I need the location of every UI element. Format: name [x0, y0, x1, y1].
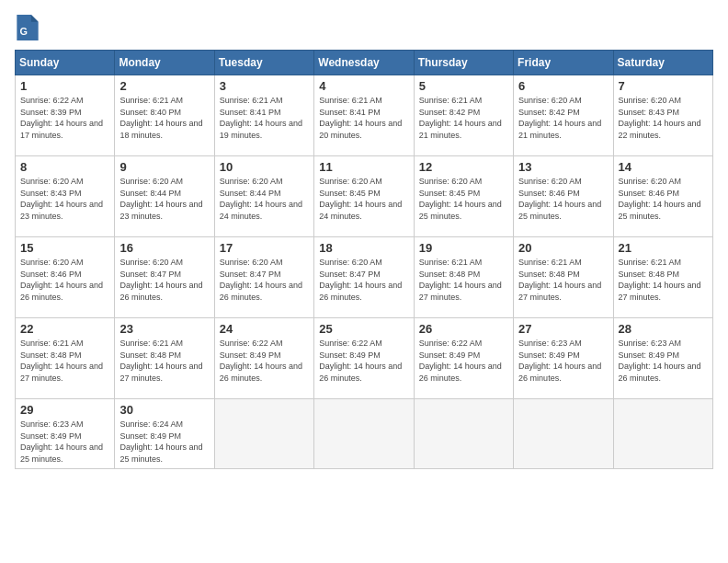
- calendar-cell: 22Sunrise: 6:21 AMSunset: 8:48 PMDayligh…: [16, 318, 115, 399]
- cell-content: Sunrise: 6:21 AMSunset: 8:48 PMDaylight:…: [619, 258, 701, 302]
- day-number: 3: [220, 79, 309, 93]
- cell-content: Sunrise: 6:20 AMSunset: 8:43 PMDaylight:…: [619, 96, 701, 140]
- cell-content: Sunrise: 6:20 AMSunset: 8:42 PMDaylight:…: [518, 96, 601, 140]
- day-number: 17: [220, 241, 309, 255]
- day-number: 18: [319, 241, 408, 255]
- cell-content: Sunrise: 6:21 AMSunset: 8:48 PMDaylight:…: [518, 258, 601, 302]
- week-row-5: 29Sunrise: 6:23 AMSunset: 8:49 PMDayligh…: [16, 399, 713, 469]
- day-number: 30: [119, 403, 209, 417]
- calendar-cell: 23Sunrise: 6:21 AMSunset: 8:48 PMDayligh…: [115, 318, 214, 399]
- logo-icon: G: [17, 15, 39, 40]
- calendar-cell: [214, 399, 313, 469]
- calendar-cell: 28Sunrise: 6:23 AMSunset: 8:49 PMDayligh…: [613, 318, 712, 399]
- calendar-cell: 26Sunrise: 6:22 AMSunset: 8:49 PMDayligh…: [414, 318, 513, 399]
- calendar-cell: 9Sunrise: 6:20 AMSunset: 8:44 PMDaylight…: [115, 156, 214, 237]
- cell-content: Sunrise: 6:21 AMSunset: 8:48 PMDaylight:…: [119, 339, 202, 383]
- day-number: 19: [419, 241, 508, 255]
- calendar-cell: 6Sunrise: 6:20 AMSunset: 8:42 PMDaylight…: [514, 75, 613, 156]
- cell-content: Sunrise: 6:20 AMSunset: 8:45 PMDaylight:…: [419, 177, 502, 221]
- day-number: 4: [319, 79, 408, 93]
- cell-content: Sunrise: 6:22 AMSunset: 8:49 PMDaylight:…: [319, 339, 402, 383]
- day-number: 14: [619, 160, 708, 174]
- cell-content: Sunrise: 6:21 AMSunset: 8:48 PMDaylight:…: [20, 339, 103, 383]
- day-number: 22: [20, 322, 109, 336]
- calendar-cell: 5Sunrise: 6:21 AMSunset: 8:42 PMDaylight…: [414, 75, 513, 156]
- day-number: 24: [220, 322, 309, 336]
- cell-content: Sunrise: 6:20 AMSunset: 8:47 PMDaylight:…: [119, 258, 202, 302]
- day-number: 5: [419, 79, 508, 93]
- cell-content: Sunrise: 6:20 AMSunset: 8:46 PMDaylight:…: [20, 258, 103, 302]
- day-number: 8: [20, 160, 109, 174]
- day-number: 29: [20, 403, 109, 417]
- calendar-cell: 3Sunrise: 6:21 AMSunset: 8:41 PMDaylight…: [214, 75, 313, 156]
- calendar-cell: 12Sunrise: 6:20 AMSunset: 8:45 PMDayligh…: [414, 156, 513, 237]
- day-number: 23: [119, 322, 209, 336]
- day-number: 15: [20, 241, 109, 255]
- logo: G: [15, 15, 42, 40]
- page: G Sunday Monday Tuesday Wednesday Thursd…: [0, 0, 728, 563]
- calendar-cell: 25Sunrise: 6:22 AMSunset: 8:49 PMDayligh…: [314, 318, 414, 399]
- week-row-2: 8Sunrise: 6:20 AMSunset: 8:43 PMDaylight…: [16, 156, 713, 237]
- cell-content: Sunrise: 6:20 AMSunset: 8:43 PMDaylight:…: [20, 177, 103, 221]
- calendar-cell: 14Sunrise: 6:20 AMSunset: 8:46 PMDayligh…: [613, 156, 712, 237]
- calendar-cell: 1Sunrise: 6:22 AMSunset: 8:39 PMDaylight…: [16, 75, 115, 156]
- header-row: Sunday Monday Tuesday Wednesday Thursday…: [16, 51, 713, 75]
- day-number: 1: [20, 79, 109, 93]
- calendar-cell: 16Sunrise: 6:20 AMSunset: 8:47 PMDayligh…: [115, 237, 214, 318]
- calendar-cell: 15Sunrise: 6:20 AMSunset: 8:46 PMDayligh…: [16, 237, 115, 318]
- calendar-container: Sunday Monday Tuesday Wednesday Thursday…: [15, 50, 713, 469]
- cell-content: Sunrise: 6:20 AMSunset: 8:44 PMDaylight:…: [220, 177, 302, 221]
- day-number: 7: [619, 79, 708, 93]
- header-sunday: Sunday: [16, 51, 115, 75]
- header-monday: Monday: [115, 51, 214, 75]
- cell-content: Sunrise: 6:20 AMSunset: 8:47 PMDaylight:…: [319, 258, 402, 302]
- week-row-1: 1Sunrise: 6:22 AMSunset: 8:39 PMDaylight…: [16, 75, 713, 156]
- header-friday: Friday: [514, 51, 613, 75]
- header: G: [15, 15, 713, 40]
- calendar-cell: 21Sunrise: 6:21 AMSunset: 8:48 PMDayligh…: [613, 237, 712, 318]
- calendar-cell: 29Sunrise: 6:23 AMSunset: 8:49 PMDayligh…: [16, 399, 115, 469]
- cell-content: Sunrise: 6:24 AMSunset: 8:49 PMDaylight:…: [119, 419, 202, 464]
- cell-content: Sunrise: 6:20 AMSunset: 8:46 PMDaylight:…: [518, 177, 601, 221]
- calendar-cell: [414, 399, 513, 469]
- calendar-cell: 24Sunrise: 6:22 AMSunset: 8:49 PMDayligh…: [214, 318, 313, 399]
- day-number: 10: [220, 160, 309, 174]
- calendar-cell: 19Sunrise: 6:21 AMSunset: 8:48 PMDayligh…: [414, 237, 513, 318]
- day-number: 12: [419, 160, 508, 174]
- calendar-cell: 8Sunrise: 6:20 AMSunset: 8:43 PMDaylight…: [16, 156, 115, 237]
- day-number: 26: [419, 322, 508, 336]
- cell-content: Sunrise: 6:22 AMSunset: 8:39 PMDaylight:…: [20, 96, 103, 140]
- header-wednesday: Wednesday: [314, 51, 414, 75]
- calendar-cell: 20Sunrise: 6:21 AMSunset: 8:48 PMDayligh…: [514, 237, 613, 318]
- calendar-cell: [314, 399, 414, 469]
- cell-content: Sunrise: 6:20 AMSunset: 8:46 PMDaylight:…: [619, 177, 701, 221]
- cell-content: Sunrise: 6:21 AMSunset: 8:42 PMDaylight:…: [419, 96, 502, 140]
- calendar-cell: [514, 399, 613, 469]
- day-number: 25: [319, 322, 408, 336]
- day-number: 6: [518, 79, 608, 93]
- svg-marker-1: [31, 15, 39, 22]
- calendar-cell: 10Sunrise: 6:20 AMSunset: 8:44 PMDayligh…: [214, 156, 313, 237]
- calendar-cell: 4Sunrise: 6:21 AMSunset: 8:41 PMDaylight…: [314, 75, 414, 156]
- day-number: 2: [119, 79, 209, 93]
- day-number: 21: [619, 241, 708, 255]
- day-number: 16: [119, 241, 209, 255]
- day-number: 27: [518, 322, 608, 336]
- calendar-table: Sunday Monday Tuesday Wednesday Thursday…: [15, 50, 713, 469]
- cell-content: Sunrise: 6:21 AMSunset: 8:41 PMDaylight:…: [319, 96, 402, 140]
- week-row-4: 22Sunrise: 6:21 AMSunset: 8:48 PMDayligh…: [16, 318, 713, 399]
- cell-content: Sunrise: 6:23 AMSunset: 8:49 PMDaylight:…: [619, 339, 701, 383]
- calendar-cell: 2Sunrise: 6:21 AMSunset: 8:40 PMDaylight…: [115, 75, 214, 156]
- calendar-cell: 17Sunrise: 6:20 AMSunset: 8:47 PMDayligh…: [214, 237, 313, 318]
- calendar-cell: 13Sunrise: 6:20 AMSunset: 8:46 PMDayligh…: [514, 156, 613, 237]
- day-number: 28: [619, 322, 708, 336]
- calendar-cell: 30Sunrise: 6:24 AMSunset: 8:49 PMDayligh…: [115, 399, 214, 469]
- week-row-3: 15Sunrise: 6:20 AMSunset: 8:46 PMDayligh…: [16, 237, 713, 318]
- calendar-cell: [613, 399, 712, 469]
- day-number: 13: [518, 160, 608, 174]
- calendar-cell: 7Sunrise: 6:20 AMSunset: 8:43 PMDaylight…: [613, 75, 712, 156]
- cell-content: Sunrise: 6:23 AMSunset: 8:49 PMDaylight:…: [518, 339, 601, 383]
- day-number: 9: [119, 160, 209, 174]
- calendar-cell: 11Sunrise: 6:20 AMSunset: 8:45 PMDayligh…: [314, 156, 414, 237]
- cell-content: Sunrise: 6:22 AMSunset: 8:49 PMDaylight:…: [419, 339, 502, 383]
